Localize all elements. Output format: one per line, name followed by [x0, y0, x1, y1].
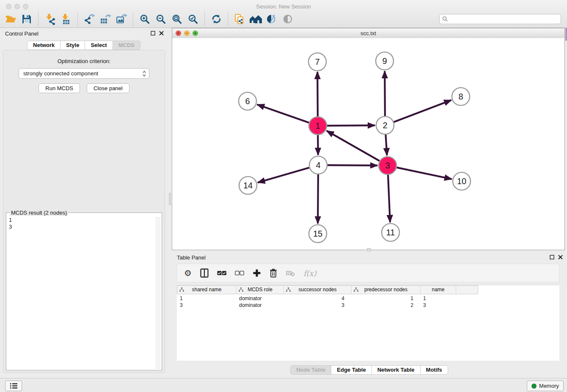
- open-session-button[interactable]: [3, 11, 19, 27]
- deselect-all-columns-icon[interactable]: [235, 271, 244, 276]
- zoom-fit-button[interactable]: [169, 11, 185, 27]
- graph-edge-3-1[interactable]: [327, 131, 380, 161]
- table-cell[interactable]: 1: [177, 295, 236, 301]
- hierarchy-icon: [354, 287, 358, 292]
- float-panel-icon[interactable]: [151, 31, 155, 36]
- tab-edge-table[interactable]: Edge Table: [331, 365, 372, 375]
- close-panel-icon[interactable]: [159, 31, 164, 36]
- export-table-button[interactable]: [97, 11, 113, 27]
- graph-edge-1-4[interactable]: [318, 135, 318, 155]
- result-scrollbar[interactable]: [156, 217, 160, 369]
- close-panel-icon[interactable]: [558, 255, 563, 259]
- memory-status-dot: [531, 384, 537, 389]
- graph-edge-1-7[interactable]: [317, 72, 318, 116]
- graph-edge-4-3[interactable]: [328, 165, 377, 166]
- zoom-in-button[interactable]: [137, 11, 153, 27]
- table-cell[interactable]: 3: [177, 302, 236, 308]
- column-header-predecessor-nodes[interactable]: predecessor nodes: [352, 286, 421, 294]
- houses-icon[interactable]: [248, 11, 264, 27]
- save-session-button[interactable]: [19, 11, 35, 27]
- column-header-shared-name[interactable]: shared name: [177, 286, 237, 294]
- table-cell[interactable]: 1: [351, 295, 420, 301]
- export-network-button[interactable]: [81, 11, 97, 27]
- column-header-label: predecessor nodes: [364, 287, 407, 293]
- birds-eye-view-icon[interactable]: [280, 11, 296, 27]
- memory-button[interactable]: Memory: [527, 381, 564, 391]
- network-frame-titlebar[interactable]: scc.txt: [172, 28, 564, 39]
- table-cell[interactable]: dominator: [236, 295, 284, 301]
- show-graphics-details-icon[interactable]: [264, 11, 280, 27]
- graph-edge-3-11[interactable]: [388, 175, 390, 222]
- export-image-button[interactable]: [113, 11, 129, 27]
- table-tabs: Node Table Edge Table Network Table Moti…: [172, 365, 567, 375]
- column-header-MCDS-role[interactable]: MCDS role: [237, 286, 284, 294]
- run-mcds-button[interactable]: Run MCDS: [39, 83, 80, 93]
- table-cell[interactable]: dominator: [236, 302, 284, 308]
- table-cell[interactable]: 4: [284, 295, 351, 301]
- show-columns-icon[interactable]: [200, 268, 209, 278]
- graph-edge-3-10[interactable]: [397, 168, 452, 179]
- table-row[interactable]: 1dominator411: [177, 295, 559, 302]
- tab-select[interactable]: Select: [85, 41, 113, 50]
- status-bar: Memory: [0, 378, 567, 392]
- tab-motifs[interactable]: Motifs: [420, 365, 448, 375]
- tab-mcds[interactable]: MCDS: [113, 41, 140, 50]
- control-panel-tabs: Network Style Select MCDS: [0, 41, 168, 50]
- clone-network-button[interactable]: [231, 11, 248, 27]
- toolbar-separator: [38, 12, 39, 26]
- graph-node-label-15: 15: [313, 229, 322, 238]
- tab-style[interactable]: Style: [60, 41, 85, 50]
- mcds-result-line: 1: [9, 217, 159, 224]
- mcds-result-box: MCDS result (2 nodes) 1 3: [6, 210, 162, 370]
- search-input[interactable]: [439, 14, 561, 24]
- graph-edge-4-15[interactable]: [318, 174, 318, 224]
- column-header-successor-nodes[interactable]: successor nodes: [284, 286, 352, 294]
- graph-edge-2-3[interactable]: [385, 135, 387, 155]
- graph-node-label-10: 10: [457, 177, 466, 186]
- horizontal-splitter-handle[interactable]: [367, 248, 371, 251]
- import-network-button[interactable]: [42, 11, 58, 27]
- column-header-label: name: [432, 287, 444, 293]
- graph-node-label-11: 11: [386, 228, 395, 237]
- import-table-button[interactable]: [58, 11, 74, 27]
- table-row[interactable]: 3dominator323: [177, 302, 559, 309]
- zoom-out-button[interactable]: [153, 11, 169, 27]
- column-header-label: shared name: [192, 287, 221, 293]
- graph-edge-2-8[interactable]: [394, 100, 451, 122]
- graph-edge-1-6[interactable]: [257, 105, 309, 123]
- create-column-icon[interactable]: [253, 269, 261, 277]
- graph-edge-4-14[interactable]: [258, 168, 309, 182]
- graph-node-label-7: 7: [315, 57, 319, 66]
- select-all-columns-icon[interactable]: [217, 271, 226, 276]
- table-cell[interactable]: 3: [420, 302, 456, 308]
- tab-network-table[interactable]: Network Table: [372, 365, 421, 375]
- toolbar-separator: [133, 12, 133, 26]
- search-icon: [442, 16, 448, 22]
- table-cell[interactable]: 1: [420, 295, 456, 301]
- optimization-criterion-select[interactable]: strongly connected component: [19, 68, 149, 79]
- tab-node-table[interactable]: Node Table: [290, 365, 331, 375]
- graph-edge-1-2[interactable]: [327, 125, 375, 126]
- close-panel-button[interactable]: Close panel: [87, 83, 129, 93]
- splitter-handle[interactable]: [169, 193, 171, 205]
- zoom-selected-button[interactable]: [185, 11, 201, 27]
- apply-layout-button[interactable]: [208, 11, 224, 27]
- memory-label: Memory: [539, 383, 559, 389]
- vertical-splitter[interactable]: [168, 28, 172, 378]
- column-header-name[interactable]: name: [421, 286, 456, 294]
- network-canvas[interactable]: 7968124314101511: [172, 38, 564, 250]
- table-cell[interactable]: 2: [351, 302, 420, 308]
- hierarchy-icon: [179, 287, 184, 292]
- float-panel-icon[interactable]: [550, 255, 554, 259]
- table-options-gear-icon[interactable]: ⚙: [184, 269, 192, 277]
- delete-column-trash-icon[interactable]: [270, 268, 277, 278]
- graph-node-label-6: 6: [245, 97, 250, 106]
- graph-edge-2-9[interactable]: [385, 71, 385, 116]
- mcds-panel: Optimization criterion: strongly connect…: [3, 50, 165, 373]
- task-history-button[interactable]: [5, 381, 22, 391]
- tab-network[interactable]: Network: [27, 41, 61, 50]
- graph-node-label-1: 1: [315, 121, 320, 130]
- column-header-label: successor nodes: [298, 287, 336, 293]
- node-table: shared nameMCDS rolesuccessor nodesprede…: [177, 285, 559, 361]
- table-cell[interactable]: 3: [284, 302, 351, 308]
